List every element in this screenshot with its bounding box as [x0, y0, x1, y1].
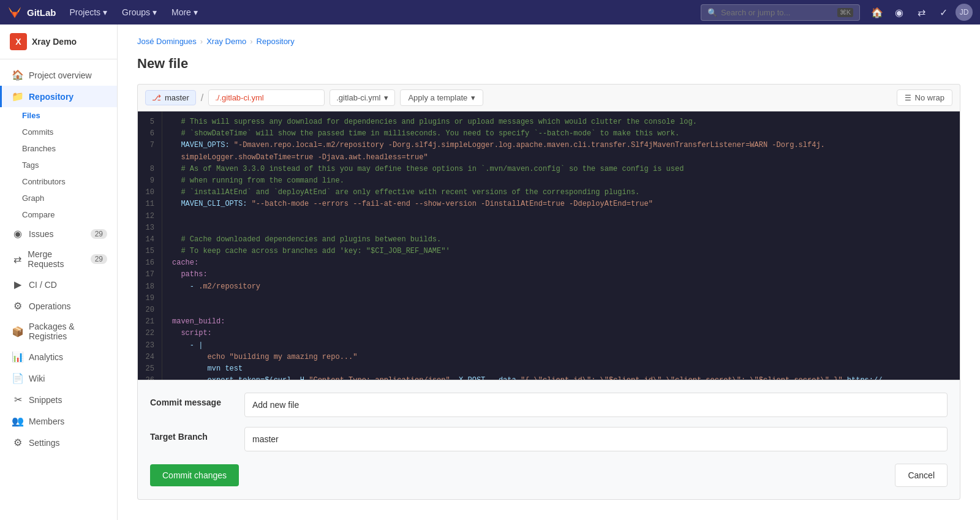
- project-avatar: X: [10, 33, 27, 50]
- logo-area[interactable]: GitLab: [7, 5, 56, 20]
- sidebar-item-settings[interactable]: ⚙ Settings: [0, 432, 117, 453]
- breadcrumb-sep-2: ›: [250, 37, 252, 46]
- analytics-icon: 📊: [12, 351, 24, 363]
- breadcrumb-repo[interactable]: Repository: [257, 37, 295, 46]
- groups-chevron-icon: ▾: [153, 7, 157, 17]
- sidebar-item-label: Wiki: [29, 374, 45, 383]
- nav-merge-btn[interactable]: ⇄: [911, 2, 931, 22]
- repository-icon: 📁: [12, 91, 24, 102]
- sidebar-item-repository[interactable]: 📁 Repository: [0, 86, 117, 107]
- gitlab-logo-icon: [7, 5, 22, 20]
- search-icon: 🔍: [707, 8, 717, 17]
- sidebar-sub-commits[interactable]: Commits: [0, 124, 117, 140]
- no-wrap-toggle[interactable]: ☰ No wrap: [897, 89, 952, 106]
- breadcrumb-sep-1: ›: [200, 37, 203, 46]
- target-branch-label: Target Branch: [150, 427, 230, 442]
- sidebar-item-cicd[interactable]: ▶ CI / CD: [0, 274, 117, 295]
- sidebar-item-issues[interactable]: ◉ Issues 29: [0, 223, 117, 244]
- project-overview-icon: 🏠: [12, 69, 24, 81]
- sidebar-sub-contributors[interactable]: Contributors: [0, 173, 117, 190]
- sidebar-nav: 🏠 Project overview 📁 Repository Files Co…: [0, 59, 117, 458]
- template-label: Apply a template: [408, 93, 467, 102]
- commit-section: Commit message Target Branch Commit chan…: [137, 380, 960, 500]
- extension-text: .gitlab-ci.yml: [336, 93, 380, 102]
- sidebar-item-packages[interactable]: 📦 Packages & Registries: [0, 317, 117, 346]
- sidebar-item-snippets[interactable]: ✂ Snippets: [0, 389, 117, 410]
- filename-input[interactable]: [208, 89, 325, 106]
- nav-todo-btn[interactable]: ✓: [933, 2, 953, 22]
- template-select[interactable]: Apply a template ▾: [400, 89, 483, 106]
- commit-actions: Commit changes Cancel: [150, 464, 948, 487]
- no-wrap-icon: ☰: [905, 94, 911, 102]
- wiki-icon: 📄: [12, 372, 24, 384]
- code-editor[interactable]: 5 6 7 8 9 10 11 12 13 14 15 16 17 18 19 …: [137, 111, 960, 380]
- nav-projects[interactable]: Projects ▾: [64, 4, 114, 21]
- sidebar-item-label: Analytics: [29, 352, 63, 362]
- sidebar-item-label: Packages & Registries: [29, 322, 107, 341]
- search-input[interactable]: [721, 8, 834, 17]
- breadcrumb-user[interactable]: José Domingues: [137, 37, 197, 46]
- sidebar-project[interactable]: X Xray Demo: [0, 24, 117, 59]
- nav-issues-btn[interactable]: ◉: [889, 2, 909, 22]
- snippets-icon: ✂: [12, 394, 24, 405]
- nav-home-btn[interactable]: 🏠: [867, 2, 887, 22]
- template-chevron-icon: ▾: [471, 93, 475, 102]
- merge-requests-icon: ⇄: [12, 254, 23, 265]
- sidebar-item-label: CI / CD: [29, 280, 57, 290]
- issues-icon: ◉: [12, 228, 24, 239]
- operations-icon: ⚙: [12, 300, 24, 312]
- commit-message-input[interactable]: [244, 393, 948, 417]
- search-bar[interactable]: 🔍 ⌘K: [701, 4, 860, 21]
- main-content: José Domingues › Xray Demo › Repository …: [118, 24, 980, 520]
- nav-groups[interactable]: Groups ▾: [116, 4, 163, 21]
- nav-avatar-btn[interactable]: JD: [956, 4, 973, 21]
- merge-requests-badge: 29: [91, 254, 107, 264]
- line-numbers: 5 6 7 8 9 10 11 12 13 14 15 16 17 18 19 …: [138, 111, 162, 380]
- members-icon: 👥: [12, 415, 24, 427]
- sidebar-item-label: Snippets: [29, 395, 62, 405]
- ext-chevron-icon: ▾: [384, 93, 388, 102]
- sidebar-item-label: Members: [29, 416, 64, 426]
- sidebar-sub-files[interactable]: Files: [0, 107, 117, 124]
- sidebar: X Xray Demo 🏠 Project overview 📁 Reposit…: [0, 24, 118, 520]
- sidebar-item-label: Project overview: [29, 70, 92, 80]
- sidebar-item-operations[interactable]: ⚙ Operations: [0, 295, 117, 317]
- path-separator: /: [201, 92, 203, 104]
- commit-message-label: Commit message: [150, 393, 230, 407]
- search-kbd: ⌘K: [837, 8, 853, 17]
- commit-changes-button[interactable]: Commit changes: [150, 464, 239, 486]
- sidebar-item-label: Repository: [29, 92, 74, 102]
- target-branch-input[interactable]: [244, 427, 948, 451]
- sidebar-item-label: Operations: [29, 301, 70, 311]
- project-name: Xray Demo: [32, 37, 77, 47]
- sidebar-item-analytics[interactable]: 📊 Analytics: [0, 346, 117, 367]
- sidebar-sub-tags[interactable]: Tags: [0, 157, 117, 173]
- sidebar-sub-graph[interactable]: Graph: [0, 190, 117, 206]
- page-title: New file: [137, 56, 960, 72]
- more-chevron-icon: ▾: [194, 7, 198, 17]
- settings-icon: ⚙: [12, 437, 24, 448]
- nav-more[interactable]: More ▾: [165, 4, 204, 21]
- sidebar-item-project-overview[interactable]: 🏠 Project overview: [0, 64, 117, 86]
- sidebar-item-members[interactable]: 👥 Members: [0, 410, 117, 432]
- breadcrumb: José Domingues › Xray Demo › Repository: [137, 37, 960, 46]
- issues-badge: 29: [91, 229, 107, 239]
- breadcrumb-project[interactable]: Xray Demo: [206, 37, 246, 46]
- sidebar-item-label: Settings: [29, 438, 60, 448]
- gitlab-wordmark: GitLab: [27, 7, 56, 18]
- branch-selector[interactable]: ⎇ master: [145, 90, 196, 105]
- top-nav-icons: 🏠 ◉ ⇄ ✓ JD: [867, 2, 973, 22]
- sidebar-item-label: Merge Requests: [28, 249, 85, 269]
- sidebar-sub-compare[interactable]: Compare: [0, 206, 117, 223]
- editor-toolbar: ⎇ master / .gitlab-ci.yml ▾ Apply a temp…: [137, 84, 960, 111]
- projects-chevron-icon: ▾: [103, 7, 107, 17]
- sidebar-item-label: Issues: [29, 229, 53, 239]
- top-navigation: GitLab Projects ▾ Groups ▾ More ▾ 🔍 ⌘K 🏠…: [0, 0, 980, 24]
- sidebar-item-merge-requests[interactable]: ⇄ Merge Requests 29: [0, 244, 117, 274]
- cancel-button[interactable]: Cancel: [895, 464, 948, 487]
- sidebar-item-wiki[interactable]: 📄 Wiki: [0, 367, 117, 389]
- code-content[interactable]: # This will supress any download for dep…: [162, 111, 960, 380]
- sidebar-sub-branches[interactable]: Branches: [0, 140, 117, 157]
- extension-display[interactable]: .gitlab-ci.yml ▾: [330, 89, 395, 106]
- commit-message-group: Commit message: [150, 393, 948, 417]
